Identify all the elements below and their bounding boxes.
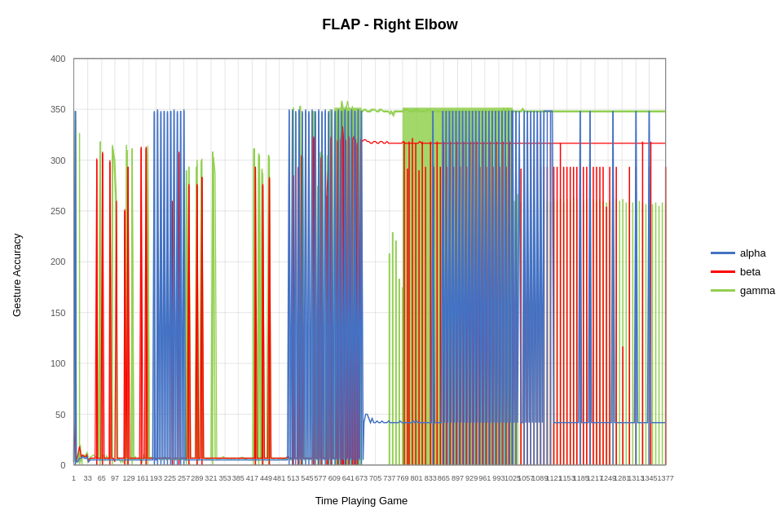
svg-text:225: 225 xyxy=(164,473,176,481)
svg-text:257: 257 xyxy=(178,473,190,481)
legend-color-alpha xyxy=(711,252,735,254)
svg-text:993: 993 xyxy=(492,473,505,481)
chart-main: 0 50 100 150 200 250 300 350 400 xyxy=(24,42,698,508)
svg-text:300: 300 xyxy=(51,156,65,165)
svg-text:100: 100 xyxy=(51,358,65,368)
svg-text:161: 161 xyxy=(137,473,149,481)
svg-text:609: 609 xyxy=(328,473,341,481)
svg-text:150: 150 xyxy=(51,308,65,318)
svg-text:1345: 1345 xyxy=(641,473,657,481)
svg-text:200: 200 xyxy=(51,257,65,266)
svg-text:1: 1 xyxy=(72,473,76,481)
legend-item-gamma: gamma xyxy=(711,284,772,297)
svg-text:417: 417 xyxy=(246,473,258,481)
svg-text:350: 350 xyxy=(51,104,65,114)
svg-text:250: 250 xyxy=(51,206,65,216)
x-axis-label: Time Playing Game xyxy=(24,490,698,508)
chart-area: Gesture Accuracy xyxy=(8,42,772,508)
svg-text:833: 833 xyxy=(425,473,437,481)
svg-text:769: 769 xyxy=(396,473,408,481)
legend-color-gamma xyxy=(711,289,735,292)
svg-text:449: 449 xyxy=(260,473,272,481)
legend-item-alpha: alpha xyxy=(711,247,772,259)
svg-text:1377: 1377 xyxy=(658,473,674,481)
legend-label-gamma: gamma xyxy=(740,284,775,297)
svg-text:481: 481 xyxy=(273,473,285,481)
svg-text:33: 33 xyxy=(84,473,92,481)
svg-text:513: 513 xyxy=(287,473,299,481)
svg-text:385: 385 xyxy=(232,473,245,481)
svg-text:865: 865 xyxy=(438,473,450,481)
legend-item-beta: beta xyxy=(711,266,772,278)
chart-title: FLAP - Right Elbow xyxy=(8,16,772,33)
svg-text:400: 400 xyxy=(51,54,65,64)
svg-text:897: 897 xyxy=(452,473,464,481)
svg-text:353: 353 xyxy=(219,473,231,481)
svg-text:641: 641 xyxy=(342,473,355,481)
svg-text:801: 801 xyxy=(411,473,423,481)
svg-text:929: 929 xyxy=(465,473,478,481)
chart-container: FLAP - Right Elbow Gesture Accuracy xyxy=(0,0,780,532)
svg-text:321: 321 xyxy=(205,473,217,481)
svg-text:577: 577 xyxy=(315,473,327,481)
svg-text:0: 0 xyxy=(60,460,65,470)
svg-text:289: 289 xyxy=(191,473,203,481)
legend-color-beta xyxy=(711,270,735,273)
svg-text:673: 673 xyxy=(355,473,368,481)
chart-svg: 0 50 100 150 200 250 300 350 400 xyxy=(24,42,698,490)
svg-text:961: 961 xyxy=(478,473,491,481)
legend: alpha beta gamma xyxy=(698,42,772,508)
svg-text:50: 50 xyxy=(55,409,65,419)
y-axis-label: Gesture Accuracy xyxy=(8,42,24,508)
svg-wrapper: 0 50 100 150 200 250 300 350 400 xyxy=(24,42,698,490)
svg-text:65: 65 xyxy=(98,473,106,481)
legend-label-alpha: alpha xyxy=(740,247,766,259)
svg-text:129: 129 xyxy=(123,473,135,481)
svg-text:193: 193 xyxy=(150,473,162,481)
svg-text:737: 737 xyxy=(383,473,395,481)
legend-label-beta: beta xyxy=(740,266,760,278)
svg-text:705: 705 xyxy=(369,473,381,481)
svg-text:545: 545 xyxy=(301,473,313,481)
svg-text:97: 97 xyxy=(111,473,119,481)
